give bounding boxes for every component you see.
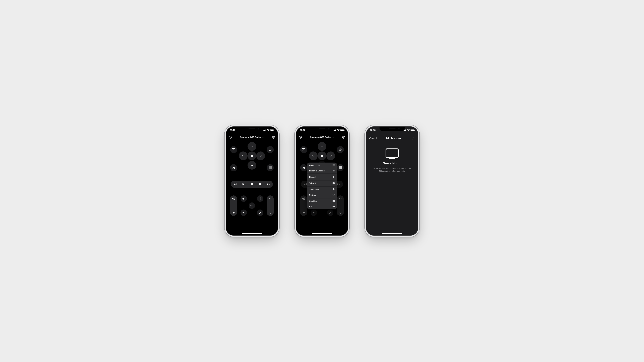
device-notch: [380, 127, 405, 131]
channel-up-button[interactable]: [339, 198, 342, 199]
chevron-down-icon: [269, 212, 271, 214]
settings-button[interactable]: [272, 135, 276, 139]
undo-icon: [242, 212, 245, 214]
svg-rect-21: [260, 198, 260, 200]
teletext-icon: [332, 182, 335, 184]
dot-icon: [321, 155, 323, 157]
menu-item-epg[interactable]: EPG: [307, 204, 337, 209]
channel-down-button[interactable]: [269, 212, 271, 214]
record-dot-icon: [332, 176, 335, 178]
exit-button[interactable]: [327, 210, 334, 216]
info-remote-button[interactable]: [257, 196, 263, 202]
svg-rect-46: [333, 164, 335, 165]
exit-button[interactable]: [257, 210, 263, 216]
svg-rect-39: [339, 168, 340, 169]
ellipsis-icon: [250, 205, 254, 206]
back-button[interactable]: [310, 210, 317, 216]
dpad-ok[interactable]: [318, 152, 326, 160]
menu-item-subtitles[interactable]: Subtitles: [307, 198, 337, 204]
home-button[interactable]: [230, 164, 237, 171]
volume-up-button[interactable]: [232, 198, 235, 200]
info-button[interactable]: [298, 135, 302, 139]
home-indicator[interactable]: [382, 233, 402, 234]
rewind-icon: [304, 183, 307, 185]
menu-item-return-channel[interactable]: Return to Channel: [307, 168, 337, 174]
dpad-down[interactable]: [248, 161, 256, 170]
rewind-button[interactable]: [232, 181, 238, 188]
source-button[interactable]: [230, 146, 237, 153]
volume-rocker: [300, 196, 307, 216]
fast-forward-button[interactable]: [265, 181, 272, 188]
dpad-right[interactable]: [326, 152, 335, 160]
dpad-up[interactable]: [248, 142, 256, 151]
menu-item-sleep-timer[interactable]: Sleep Timer: [307, 186, 337, 192]
searching-heading: Searching...: [383, 162, 401, 165]
device-selector[interactable]: Samsung Q80 Series: [310, 136, 334, 138]
searching-sub2: This may take a few moments.: [379, 170, 405, 172]
dpad-ok[interactable]: [248, 152, 256, 160]
apps-button[interactable]: [337, 164, 344, 171]
menu-item-settings[interactable]: Settings: [307, 192, 337, 198]
svg-rect-11: [269, 168, 270, 168]
svg-rect-10: [271, 166, 272, 167]
device-name: Samsung Q80 Series: [240, 136, 261, 138]
home-indicator[interactable]: [312, 233, 332, 234]
pause-icon: [251, 183, 253, 185]
pause-button[interactable]: [248, 181, 255, 188]
dpad-left[interactable]: [239, 152, 248, 160]
home-indicator[interactable]: [242, 233, 262, 234]
stop-button[interactable]: [257, 181, 264, 188]
back-button[interactable]: [240, 210, 247, 216]
volume-up-icon: [232, 198, 235, 200]
svg-rect-16: [271, 168, 272, 169]
channel-up-button[interactable]: [269, 198, 271, 199]
menu-item-teletext[interactable]: Teletext: [307, 180, 337, 186]
channel-rocker: [267, 196, 274, 216]
dpad-left[interactable]: [309, 152, 318, 160]
svg-rect-52: [332, 182, 334, 184]
status-time: 20:17: [230, 129, 235, 131]
dpad-up[interactable]: [318, 142, 326, 151]
play-button[interactable]: [240, 181, 247, 188]
svg-rect-7: [232, 150, 234, 150]
battery-icon: [270, 129, 274, 131]
svg-point-45: [332, 164, 333, 165]
info-button[interactable]: [228, 135, 232, 139]
source-icon: [302, 148, 306, 151]
grid-icon: [339, 166, 342, 169]
power-button[interactable]: [267, 146, 274, 153]
guide-icon: [332, 206, 335, 208]
arrow-right-icon: [330, 155, 332, 157]
volume-down-button[interactable]: [232, 212, 235, 214]
mute-button[interactable]: [240, 196, 247, 202]
dpad-right[interactable]: [256, 152, 265, 160]
arrow-up-icon: [321, 145, 323, 148]
more-button[interactable]: [249, 202, 255, 209]
source-button[interactable]: [300, 146, 307, 153]
home-button[interactable]: [300, 164, 307, 171]
undo-icon: [312, 212, 315, 214]
subtitles-icon: [332, 200, 335, 202]
cancel-button[interactable]: Cancel: [369, 137, 377, 140]
svg-point-47: [332, 165, 333, 166]
refresh-button[interactable]: [411, 136, 415, 140]
volume-down-button[interactable]: [302, 212, 305, 214]
status-indicators: [404, 129, 414, 131]
power-button[interactable]: [337, 146, 344, 153]
timer-icon: [332, 188, 335, 190]
settings-button[interactable]: [342, 135, 346, 139]
svg-rect-5: [232, 148, 235, 151]
channel-down-button[interactable]: [339, 212, 342, 214]
menu-item-record[interactable]: Record: [307, 174, 337, 180]
device-name: Samsung Q80 Series: [310, 136, 331, 138]
dot-icon: [251, 155, 253, 157]
gear-icon: [342, 136, 345, 139]
device-selector[interactable]: Samsung Q80 Series: [240, 136, 264, 138]
channel-rocker: [337, 196, 344, 216]
menu-item-label: Record: [309, 176, 316, 178]
apps-button[interactable]: [267, 164, 274, 171]
svg-rect-35: [341, 166, 342, 167]
chevron-down-icon: [262, 137, 264, 138]
volume-up-button[interactable]: [302, 198, 305, 200]
menu-item-channel-list[interactable]: Channel List: [307, 162, 337, 168]
